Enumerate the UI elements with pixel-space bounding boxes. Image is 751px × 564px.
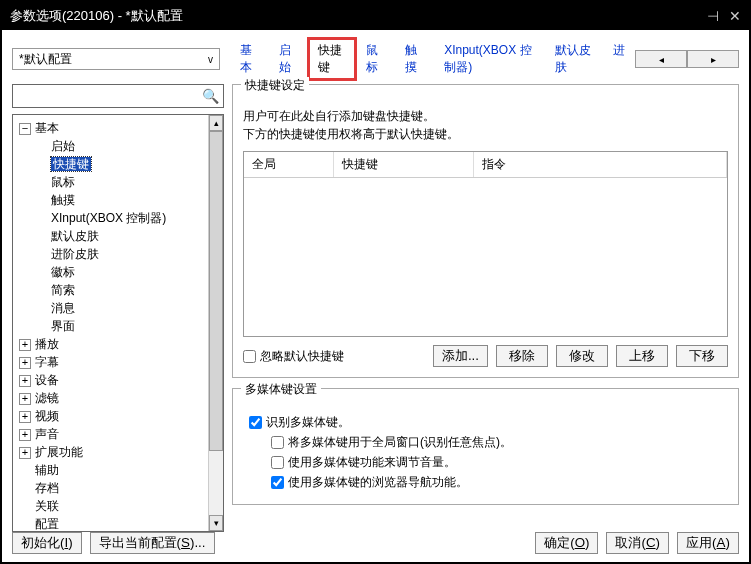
checkbox-label: 将多媒体键用于全局窗口(识别任意焦点)。 xyxy=(288,434,512,451)
col-command[interactable]: 指令 xyxy=(474,152,727,177)
tab-scroll-right[interactable]: ▸ xyxy=(687,50,739,68)
config-select-value: *默认配置 xyxy=(19,51,72,68)
mm-recognize-checkbox[interactable]: 识别多媒体键。 xyxy=(249,414,728,431)
tree-group[interactable]: 设备 xyxy=(35,373,59,387)
tree-item[interactable]: 触摸 xyxy=(51,193,75,207)
tree-group[interactable]: 配置 xyxy=(35,517,59,531)
tree-group[interactable]: 滤镜 xyxy=(35,391,59,405)
search-box: 🔍 xyxy=(12,84,224,108)
tree-item[interactable]: 鼠标 xyxy=(51,175,75,189)
tab-skin[interactable]: 默认皮肤 xyxy=(545,38,603,80)
tab-basic[interactable]: 基本 xyxy=(230,38,269,80)
expand-icon[interactable]: + xyxy=(19,429,31,441)
checkbox-input[interactable] xyxy=(249,416,262,429)
checkbox-label: 识别多媒体键。 xyxy=(266,414,350,431)
expand-icon[interactable]: + xyxy=(19,357,31,369)
expand-icon[interactable]: + xyxy=(19,393,31,405)
checkbox-label: 使用多媒体键功能来调节音量。 xyxy=(288,454,456,471)
expand-icon[interactable]: + xyxy=(19,339,31,351)
tree-item[interactable]: 界面 xyxy=(51,319,75,333)
chevron-down-icon: v xyxy=(208,54,213,65)
tree-group[interactable]: 辅助 xyxy=(35,463,59,477)
tree-group[interactable]: 关联 xyxy=(35,499,59,513)
tree-scrollbar[interactable]: ▴ ▾ xyxy=(208,115,223,531)
tree-item[interactable]: 进阶皮肤 xyxy=(51,247,99,261)
tab-xinput[interactable]: XInput(XBOX 控制器) xyxy=(434,38,545,80)
tab-shortcuts[interactable]: 快捷键 xyxy=(308,38,356,80)
remove-button[interactable]: 移除 xyxy=(496,345,548,367)
group-title: 多媒体键设置 xyxy=(241,381,321,398)
tree-group[interactable]: 字幕 xyxy=(35,355,59,369)
cancel-button[interactable]: 取消(C) xyxy=(606,532,669,554)
mm-browser-checkbox[interactable]: 使用多媒体键的浏览器导航功能。 xyxy=(271,474,728,491)
mm-volume-checkbox[interactable]: 使用多媒体键功能来调节音量。 xyxy=(271,454,728,471)
tree-group[interactable]: 扩展功能 xyxy=(35,445,83,459)
pin-icon[interactable]: ⊣ xyxy=(707,8,719,24)
scroll-thumb[interactable] xyxy=(209,131,223,451)
tab-start[interactable]: 启始 xyxy=(269,38,308,80)
category-tree[interactable]: −基本 启始 快捷键 鼠标 触摸 XInput(XBOX 控制器) 默认皮肤 进… xyxy=(12,114,224,532)
scroll-up-icon[interactable]: ▴ xyxy=(209,115,223,131)
mm-global-checkbox[interactable]: 将多媒体键用于全局窗口(识别任意焦点)。 xyxy=(271,434,728,451)
export-button[interactable]: 导出当前配置(S)... xyxy=(90,532,215,554)
multimedia-group: 多媒体键设置 识别多媒体键。 将多媒体键用于全局窗口(识别任意焦点)。 使用多媒… xyxy=(232,388,739,505)
shortcut-table[interactable]: 全局 快捷键 指令 xyxy=(243,151,728,337)
checkbox-label: 使用多媒体键的浏览器导航功能。 xyxy=(288,474,468,491)
search-icon[interactable]: 🔍 xyxy=(202,88,219,104)
scroll-down-icon[interactable]: ▾ xyxy=(209,515,223,531)
tab-mouse[interactable]: 鼠标 xyxy=(356,38,395,80)
expand-icon[interactable]: + xyxy=(19,411,31,423)
tree-group[interactable]: 视频 xyxy=(35,409,59,423)
tree-item[interactable]: 启始 xyxy=(51,139,75,153)
window-title: 参数选项(220106) - *默认配置 xyxy=(10,7,707,25)
expand-icon[interactable]: + xyxy=(19,447,31,459)
table-header: 全局 快捷键 指令 xyxy=(244,152,727,178)
checkbox-input[interactable] xyxy=(243,350,256,363)
tree-item-shortcuts[interactable]: 快捷键 xyxy=(51,157,91,171)
window-buttons: ⊣ ✕ xyxy=(707,8,741,24)
tree-group[interactable]: 存档 xyxy=(35,481,59,495)
footer: 初始化(I) 导出当前配置(S)... 确定(O) 取消(C) 应用(A) xyxy=(12,532,739,554)
ignore-default-checkbox[interactable]: 忽略默认快捷键 xyxy=(243,348,344,365)
titlebar: 参数选项(220106) - *默认配置 ⊣ ✕ xyxy=(2,2,749,30)
ok-button[interactable]: 确定(O) xyxy=(535,532,598,554)
tab-touch[interactable]: 触摸 xyxy=(395,38,434,80)
tree-item[interactable]: 消息 xyxy=(51,301,75,315)
group-title: 快捷键设定 xyxy=(241,77,309,94)
tab-scroll-left[interactable]: ◂ xyxy=(635,50,687,68)
edit-button[interactable]: 修改 xyxy=(556,345,608,367)
close-icon[interactable]: ✕ xyxy=(729,8,741,24)
search-input[interactable] xyxy=(17,89,202,103)
collapse-icon[interactable]: − xyxy=(19,123,31,135)
desc-line: 下方的快捷键使用权将高于默认快捷键。 xyxy=(243,125,728,143)
tree-group[interactable]: 播放 xyxy=(35,337,59,351)
tab-scroll: ◂ ▸ xyxy=(635,50,739,68)
checkbox-input[interactable] xyxy=(271,436,284,449)
add-button[interactable]: 添加... xyxy=(433,345,488,367)
movedown-button[interactable]: 下移 xyxy=(676,345,728,367)
tree-item[interactable]: XInput(XBOX 控制器) xyxy=(51,211,166,225)
group-desc: 用户可在此处自行添加键盘快捷键。 下方的快捷键使用权将高于默认快捷键。 xyxy=(243,107,728,143)
expand-icon[interactable]: + xyxy=(19,375,31,387)
desc-line: 用户可在此处自行添加键盘快捷键。 xyxy=(243,107,728,125)
tree-item[interactable]: 徽标 xyxy=(51,265,75,279)
config-select[interactable]: *默认配置 v xyxy=(12,48,220,70)
checkbox-input[interactable] xyxy=(271,456,284,469)
checkbox-input[interactable] xyxy=(271,476,284,489)
tab-more[interactable]: 进 xyxy=(603,38,635,80)
checkbox-label: 忽略默认快捷键 xyxy=(260,348,344,365)
tree-group[interactable]: 声音 xyxy=(35,427,59,441)
apply-button[interactable]: 应用(A) xyxy=(677,532,739,554)
tree-item[interactable]: 默认皮肤 xyxy=(51,229,99,243)
col-global[interactable]: 全局 xyxy=(244,152,334,177)
tree-item[interactable]: 简索 xyxy=(51,283,75,297)
init-button[interactable]: 初始化(I) xyxy=(12,532,82,554)
shortcut-group: 快捷键设定 用户可在此处自行添加键盘快捷键。 下方的快捷键使用权将高于默认快捷键… xyxy=(232,84,739,378)
moveup-button[interactable]: 上移 xyxy=(616,345,668,367)
tabs: 基本 启始 快捷键 鼠标 触摸 XInput(XBOX 控制器) 默认皮肤 进 xyxy=(230,38,635,80)
tree-root-basic[interactable]: 基本 xyxy=(35,121,59,135)
col-shortcut[interactable]: 快捷键 xyxy=(334,152,474,177)
